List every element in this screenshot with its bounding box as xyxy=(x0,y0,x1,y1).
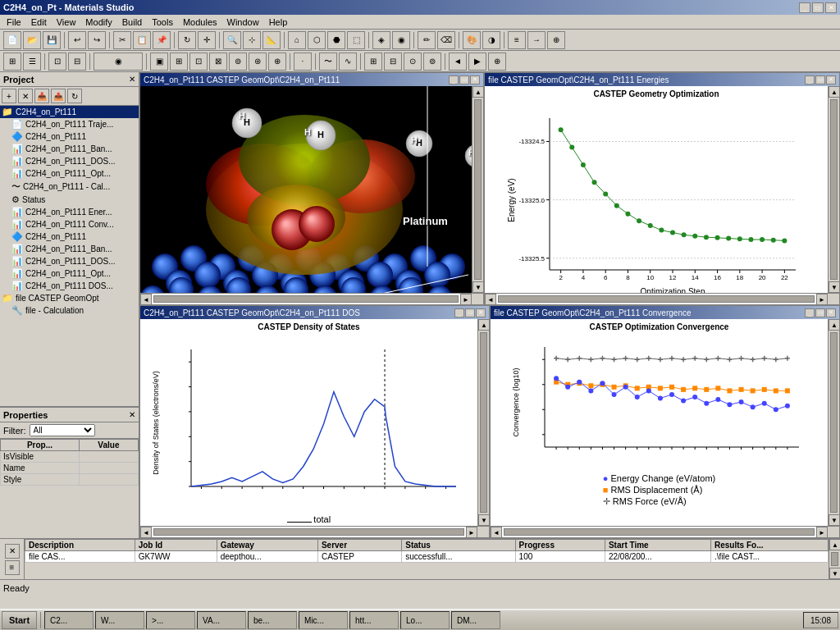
misc-button[interactable]: ⊕ xyxy=(547,31,565,49)
tb2-wave2-button[interactable]: ∿ xyxy=(339,52,357,71)
tree-item[interactable]: 📊C2H4_on_Pt111 Ener... xyxy=(0,206,139,218)
dos-scroll-down[interactable]: ▼ xyxy=(478,514,489,526)
tb2-btn10[interactable]: ⊚ xyxy=(229,52,247,71)
lattice-button[interactable]: ⬚ xyxy=(347,31,365,49)
tree-item[interactable]: 🔷C2H4_on_Pt111 xyxy=(0,231,139,243)
taskbar-item-va[interactable]: VA... xyxy=(197,611,246,629)
tb2-btn12[interactable]: ⊕ xyxy=(268,52,286,71)
conv-scroll-thumb[interactable] xyxy=(830,332,838,513)
mol-scroll-left[interactable]: ◄ xyxy=(140,294,152,305)
conv-scrollbar-v[interactable]: ▲ ▼ xyxy=(828,319,839,526)
translate-button[interactable]: ✛ xyxy=(198,31,216,49)
energies-scroll-thumb-h[interactable] xyxy=(498,295,815,303)
tree-item[interactable]: 📊C2H4_on_Pt111_DOS... xyxy=(0,255,139,267)
cut-button[interactable]: ✂ xyxy=(113,31,131,49)
energies-close[interactable]: ✕ xyxy=(826,75,836,84)
mol-scroll-up[interactable]: ▲ xyxy=(472,86,483,98)
tb2-btn6[interactable]: ▣ xyxy=(150,52,168,71)
energies-scroll-right[interactable]: ► xyxy=(816,294,828,305)
measure-button[interactable]: 📐 xyxy=(262,31,281,49)
taskbar-item-be[interactable]: be... xyxy=(248,611,297,629)
menu-file[interactable]: File xyxy=(2,16,26,29)
proj-delete-btn[interactable]: ✕ xyxy=(18,89,33,103)
mol-scroll-right[interactable]: ► xyxy=(460,294,472,305)
tb2-btn11[interactable]: ⊛ xyxy=(249,52,267,71)
job-side-btn1[interactable]: ✕ xyxy=(5,544,20,559)
tb2-vol-button[interactable]: ⊚ xyxy=(423,52,441,71)
menu-edit[interactable]: Edit xyxy=(26,16,52,29)
dos-close[interactable]: ✕ xyxy=(476,308,486,317)
conv-scroll-down[interactable]: ▼ xyxy=(829,514,839,526)
taskbar-item-w[interactable]: W... xyxy=(95,611,144,629)
conv-scroll-left[interactable]: ◄ xyxy=(491,527,502,538)
tb2-play-button[interactable]: ▶ xyxy=(468,52,486,71)
project-close[interactable]: ✕ xyxy=(129,75,135,84)
job-side-btn2[interactable]: ≡ xyxy=(5,560,20,575)
conv-scroll-thumb-h[interactable] xyxy=(504,528,815,536)
open-button[interactable]: 📂 xyxy=(23,31,41,49)
dos-scroll-right[interactable]: ► xyxy=(466,527,477,538)
taskbar-item-htt[interactable]: htt... xyxy=(349,611,399,629)
draw-button[interactable]: ✏ xyxy=(418,31,436,49)
tree-item[interactable]: ⚙Status xyxy=(0,194,139,206)
energies-scroll-thumb[interactable] xyxy=(830,99,838,280)
tb2-btn4[interactable]: ⊟ xyxy=(68,52,86,71)
tree-item[interactable]: 〜C2H4_on_Pt111 - Cal... xyxy=(0,180,139,194)
taskbar-item-mic[interactable]: Mic... xyxy=(299,611,348,629)
conv-scroll-right[interactable]: ► xyxy=(816,527,828,538)
job-scroll-up[interactable]: ▲ xyxy=(829,539,840,550)
tb2-arrow2-button[interactable]: ◄ xyxy=(449,52,467,71)
job-scroll-down[interactable]: ▼ xyxy=(829,568,840,579)
tree-item[interactable]: 📊C2H4_on_Pt111_Ban... xyxy=(0,243,139,255)
mol-maximize[interactable]: ▭ xyxy=(459,75,469,84)
taskbar-item-3[interactable]: >... xyxy=(146,611,195,629)
tree-item[interactable]: 📊C2H4_on_Pt111 Conv... xyxy=(0,218,139,231)
copy-button[interactable]: 📋 xyxy=(133,31,151,49)
bond-button[interactable]: ⬣ xyxy=(327,31,345,49)
taskbar-item-c2[interactable]: C2... xyxy=(44,611,94,629)
tb2-btn8[interactable]: ⊡ xyxy=(189,52,208,71)
tb2-btn7[interactable]: ⊞ xyxy=(170,52,188,71)
dos-scroll-up[interactable]: ▲ xyxy=(478,319,489,331)
proj-import-btn[interactable]: 📥 xyxy=(34,89,49,103)
redo-button[interactable]: ↪ xyxy=(88,31,106,49)
tb2-extra-button[interactable]: ⊕ xyxy=(488,52,506,71)
zoom-button[interactable]: 🔍 xyxy=(223,31,241,49)
tb2-btn5[interactable]: ◉ xyxy=(94,52,143,71)
filter-select[interactable]: All xyxy=(30,424,95,436)
erase-button[interactable]: ⌫ xyxy=(437,31,455,49)
style2-button[interactable]: ◑ xyxy=(482,31,500,49)
atom-button[interactable]: ⬡ xyxy=(308,31,326,49)
mol-minimize[interactable]: _ xyxy=(449,75,459,84)
dos-scroll-left[interactable]: ◄ xyxy=(140,527,152,538)
menu-modify[interactable]: Modify xyxy=(80,16,116,29)
paste-button[interactable]: 📌 xyxy=(153,31,171,49)
conv-scroll-up[interactable]: ▲ xyxy=(829,319,839,331)
tb2-mesh-button[interactable]: ⊟ xyxy=(384,52,402,71)
home-button[interactable]: ⌂ xyxy=(288,31,306,49)
tb2-btn2[interactable]: ☰ xyxy=(23,52,41,71)
mol-close[interactable]: ✕ xyxy=(470,75,480,84)
proj-new-btn[interactable]: + xyxy=(2,89,16,103)
minimize-button[interactable]: _ xyxy=(799,2,810,13)
menu-tools[interactable]: Tools xyxy=(147,16,178,29)
mol-viewer-content[interactable]: Platinum H H H H xyxy=(140,86,472,293)
color-button[interactable]: 🎨 xyxy=(463,31,481,49)
conv-minimize[interactable]: _ xyxy=(805,308,815,317)
conv-maximize[interactable]: ▭ xyxy=(815,308,825,317)
tb2-dot-button[interactable]: · xyxy=(294,52,312,71)
dos-scroll-thumb[interactable] xyxy=(480,332,487,513)
maximize-button[interactable]: ▭ xyxy=(812,2,824,13)
mol-scroll-down[interactable]: ▼ xyxy=(472,281,483,293)
mol-scroll-thumb-h[interactable] xyxy=(153,295,459,303)
tb2-wave-button[interactable]: 〜 xyxy=(319,52,337,71)
save-button[interactable]: 💾 xyxy=(43,31,61,49)
menu-modules[interactable]: Modules xyxy=(178,16,222,29)
display-button[interactable]: ◈ xyxy=(372,31,390,49)
rotate-button[interactable]: ↻ xyxy=(178,31,196,49)
energies-scroll-left[interactable]: ◄ xyxy=(485,294,496,305)
properties-close[interactable]: ✕ xyxy=(129,410,135,419)
menu-build[interactable]: Build xyxy=(117,16,147,29)
proj-export-btn[interactable]: 📤 xyxy=(51,89,66,103)
menu-help[interactable]: Help xyxy=(264,16,293,29)
